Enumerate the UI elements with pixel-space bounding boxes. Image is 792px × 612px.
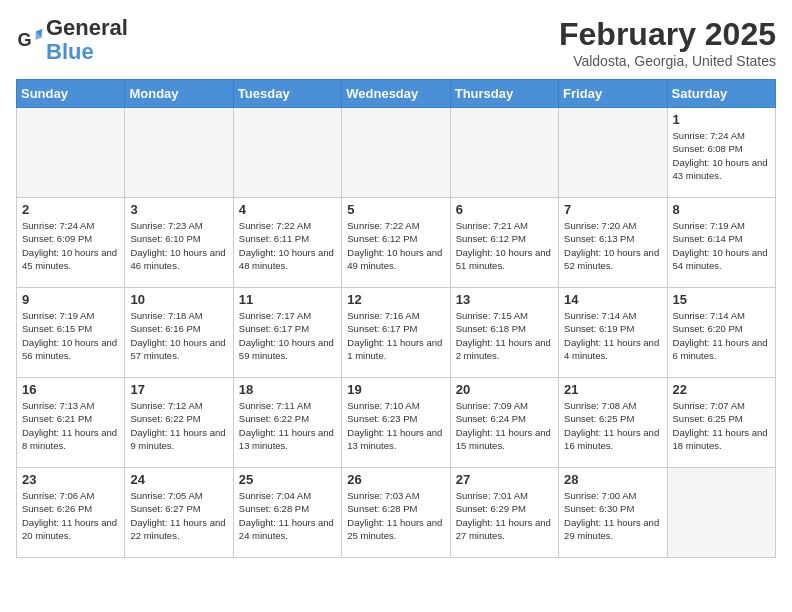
- logo-icon: G: [16, 26, 44, 54]
- day-info: Sunrise: 7:08 AMSunset: 6:25 PMDaylight:…: [564, 399, 661, 452]
- day-number: 5: [347, 202, 444, 217]
- day-number: 21: [564, 382, 661, 397]
- day-number: 18: [239, 382, 336, 397]
- day-info: Sunrise: 7:16 AMSunset: 6:17 PMDaylight:…: [347, 309, 444, 362]
- day-info: Sunrise: 7:07 AMSunset: 6:25 PMDaylight:…: [673, 399, 770, 452]
- day-cell: 21Sunrise: 7:08 AMSunset: 6:25 PMDayligh…: [559, 378, 667, 468]
- week-row-2: 2Sunrise: 7:24 AMSunset: 6:09 PMDaylight…: [17, 198, 776, 288]
- day-info: Sunrise: 7:19 AMSunset: 6:14 PMDaylight:…: [673, 219, 770, 272]
- day-info: Sunrise: 7:09 AMSunset: 6:24 PMDaylight:…: [456, 399, 553, 452]
- week-row-1: 1Sunrise: 7:24 AMSunset: 6:08 PMDaylight…: [17, 108, 776, 198]
- day-number: 7: [564, 202, 661, 217]
- col-header-tuesday: Tuesday: [233, 80, 341, 108]
- day-cell: 10Sunrise: 7:18 AMSunset: 6:16 PMDayligh…: [125, 288, 233, 378]
- day-cell: 18Sunrise: 7:11 AMSunset: 6:22 PMDayligh…: [233, 378, 341, 468]
- day-cell: 4Sunrise: 7:22 AMSunset: 6:11 PMDaylight…: [233, 198, 341, 288]
- day-info: Sunrise: 7:18 AMSunset: 6:16 PMDaylight:…: [130, 309, 227, 362]
- col-header-friday: Friday: [559, 80, 667, 108]
- day-info: Sunrise: 7:10 AMSunset: 6:23 PMDaylight:…: [347, 399, 444, 452]
- day-info: Sunrise: 7:22 AMSunset: 6:11 PMDaylight:…: [239, 219, 336, 272]
- day-cell: 26Sunrise: 7:03 AMSunset: 6:28 PMDayligh…: [342, 468, 450, 558]
- day-number: 4: [239, 202, 336, 217]
- day-number: 1: [673, 112, 770, 127]
- day-cell: 13Sunrise: 7:15 AMSunset: 6:18 PMDayligh…: [450, 288, 558, 378]
- col-header-saturday: Saturday: [667, 80, 775, 108]
- col-header-thursday: Thursday: [450, 80, 558, 108]
- day-cell: 2Sunrise: 7:24 AMSunset: 6:09 PMDaylight…: [17, 198, 125, 288]
- day-info: Sunrise: 7:00 AMSunset: 6:30 PMDaylight:…: [564, 489, 661, 542]
- day-number: 22: [673, 382, 770, 397]
- day-number: 12: [347, 292, 444, 307]
- day-info: Sunrise: 7:01 AMSunset: 6:29 PMDaylight:…: [456, 489, 553, 542]
- day-number: 25: [239, 472, 336, 487]
- day-cell: 20Sunrise: 7:09 AMSunset: 6:24 PMDayligh…: [450, 378, 558, 468]
- col-header-wednesday: Wednesday: [342, 80, 450, 108]
- day-cell: [17, 108, 125, 198]
- day-info: Sunrise: 7:13 AMSunset: 6:21 PMDaylight:…: [22, 399, 119, 452]
- day-info: Sunrise: 7:19 AMSunset: 6:15 PMDaylight:…: [22, 309, 119, 362]
- day-cell: 12Sunrise: 7:16 AMSunset: 6:17 PMDayligh…: [342, 288, 450, 378]
- day-info: Sunrise: 7:14 AMSunset: 6:20 PMDaylight:…: [673, 309, 770, 362]
- day-cell: [125, 108, 233, 198]
- day-cell: 8Sunrise: 7:19 AMSunset: 6:14 PMDaylight…: [667, 198, 775, 288]
- day-info: Sunrise: 7:06 AMSunset: 6:26 PMDaylight:…: [22, 489, 119, 542]
- title-block: February 2025 Valdosta, Georgia, United …: [559, 16, 776, 69]
- day-cell: 23Sunrise: 7:06 AMSunset: 6:26 PMDayligh…: [17, 468, 125, 558]
- day-cell: 14Sunrise: 7:14 AMSunset: 6:19 PMDayligh…: [559, 288, 667, 378]
- day-cell: 27Sunrise: 7:01 AMSunset: 6:29 PMDayligh…: [450, 468, 558, 558]
- day-number: 23: [22, 472, 119, 487]
- calendar: SundayMondayTuesdayWednesdayThursdayFrid…: [16, 79, 776, 558]
- day-info: Sunrise: 7:11 AMSunset: 6:22 PMDaylight:…: [239, 399, 336, 452]
- day-info: Sunrise: 7:12 AMSunset: 6:22 PMDaylight:…: [130, 399, 227, 452]
- logo: G GeneralBlue: [16, 16, 128, 64]
- day-number: 27: [456, 472, 553, 487]
- day-cell: 9Sunrise: 7:19 AMSunset: 6:15 PMDaylight…: [17, 288, 125, 378]
- day-cell: 11Sunrise: 7:17 AMSunset: 6:17 PMDayligh…: [233, 288, 341, 378]
- day-info: Sunrise: 7:14 AMSunset: 6:19 PMDaylight:…: [564, 309, 661, 362]
- day-number: 28: [564, 472, 661, 487]
- day-info: Sunrise: 7:05 AMSunset: 6:27 PMDaylight:…: [130, 489, 227, 542]
- day-number: 2: [22, 202, 119, 217]
- day-info: Sunrise: 7:17 AMSunset: 6:17 PMDaylight:…: [239, 309, 336, 362]
- day-number: 16: [22, 382, 119, 397]
- svg-text:G: G: [17, 30, 31, 50]
- month-year: February 2025: [559, 16, 776, 53]
- day-number: 15: [673, 292, 770, 307]
- day-number: 6: [456, 202, 553, 217]
- day-info: Sunrise: 7:15 AMSunset: 6:18 PMDaylight:…: [456, 309, 553, 362]
- day-info: Sunrise: 7:21 AMSunset: 6:12 PMDaylight:…: [456, 219, 553, 272]
- day-number: 3: [130, 202, 227, 217]
- day-cell: 15Sunrise: 7:14 AMSunset: 6:20 PMDayligh…: [667, 288, 775, 378]
- day-number: 26: [347, 472, 444, 487]
- logo-text: GeneralBlue: [46, 16, 128, 64]
- day-cell: [233, 108, 341, 198]
- day-info: Sunrise: 7:22 AMSunset: 6:12 PMDaylight:…: [347, 219, 444, 272]
- day-cell: [559, 108, 667, 198]
- day-cell: 1Sunrise: 7:24 AMSunset: 6:08 PMDaylight…: [667, 108, 775, 198]
- day-number: 8: [673, 202, 770, 217]
- col-header-monday: Monday: [125, 80, 233, 108]
- day-cell: [450, 108, 558, 198]
- day-number: 10: [130, 292, 227, 307]
- day-number: 17: [130, 382, 227, 397]
- location: Valdosta, Georgia, United States: [559, 53, 776, 69]
- calendar-header-row: SundayMondayTuesdayWednesdayThursdayFrid…: [17, 80, 776, 108]
- week-row-4: 16Sunrise: 7:13 AMSunset: 6:21 PMDayligh…: [17, 378, 776, 468]
- day-info: Sunrise: 7:20 AMSunset: 6:13 PMDaylight:…: [564, 219, 661, 272]
- day-cell: [342, 108, 450, 198]
- col-header-sunday: Sunday: [17, 80, 125, 108]
- day-cell: 17Sunrise: 7:12 AMSunset: 6:22 PMDayligh…: [125, 378, 233, 468]
- day-cell: 28Sunrise: 7:00 AMSunset: 6:30 PMDayligh…: [559, 468, 667, 558]
- page-header: G GeneralBlue February 2025 Valdosta, Ge…: [16, 16, 776, 69]
- day-cell: 7Sunrise: 7:20 AMSunset: 6:13 PMDaylight…: [559, 198, 667, 288]
- day-info: Sunrise: 7:03 AMSunset: 6:28 PMDaylight:…: [347, 489, 444, 542]
- day-number: 11: [239, 292, 336, 307]
- day-cell: 25Sunrise: 7:04 AMSunset: 6:28 PMDayligh…: [233, 468, 341, 558]
- day-cell: 6Sunrise: 7:21 AMSunset: 6:12 PMDaylight…: [450, 198, 558, 288]
- day-info: Sunrise: 7:24 AMSunset: 6:08 PMDaylight:…: [673, 129, 770, 182]
- day-info: Sunrise: 7:04 AMSunset: 6:28 PMDaylight:…: [239, 489, 336, 542]
- day-cell: 16Sunrise: 7:13 AMSunset: 6:21 PMDayligh…: [17, 378, 125, 468]
- day-info: Sunrise: 7:24 AMSunset: 6:09 PMDaylight:…: [22, 219, 119, 272]
- day-cell: 3Sunrise: 7:23 AMSunset: 6:10 PMDaylight…: [125, 198, 233, 288]
- day-number: 24: [130, 472, 227, 487]
